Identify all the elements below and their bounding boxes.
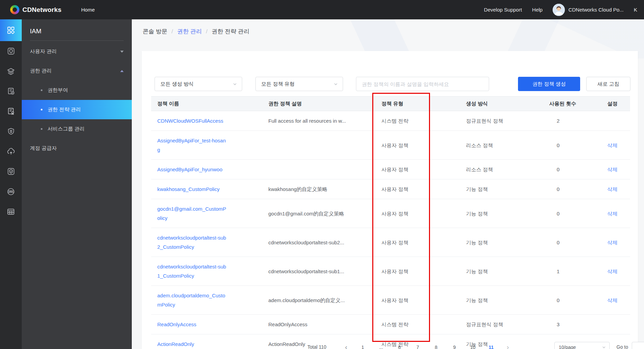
- rail-icon-shield-stripes[interactable]: [0, 121, 22, 141]
- policy-name-link[interactable]: gocdn1@gmail.com_CustomPolicy: [157, 204, 227, 223]
- service-icon-rail: DNS: [0, 19, 22, 349]
- sidebar-subitem-grant-permission[interactable]: 권한부여: [22, 81, 132, 100]
- used-count: 0: [549, 179, 607, 199]
- table-row: CDNWCloudWOSFullAccessFull access for al…: [151, 111, 630, 131]
- page-button-9[interactable]: 9: [449, 342, 460, 349]
- policy-name-link[interactable]: ActionReadOnly: [157, 339, 227, 349]
- policy-name-link[interactable]: CDNWCloudWOSFullAccess: [157, 116, 227, 125]
- goto-page-label: Go to: [616, 344, 628, 349]
- policy-name-link[interactable]: AssignedByApiFor_test-hosang: [157, 136, 227, 154]
- policy-type-dropdown[interactable]: 모든 정책 유형: [255, 77, 343, 91]
- policy-name-link[interactable]: kwakhosang_CustomPolicy: [157, 185, 227, 194]
- rail-icon-dns-globe[interactable]: DNS: [0, 181, 22, 202]
- policy-type: 사용자 정책: [381, 262, 466, 281]
- creation-method: 기능 정책: [466, 179, 549, 199]
- policy-type: 사용자 정책: [381, 291, 466, 310]
- breadcrumb-console[interactable]: 콘솔 방문: [143, 28, 167, 35]
- creation-method: 정규표현식 정책: [466, 315, 549, 334]
- delete-link[interactable]: 삭제: [607, 186, 618, 192]
- delete-link[interactable]: 삭제: [607, 167, 618, 172]
- top-navbar: CDNetworks Home Develop Support Help CDN…: [0, 0, 644, 19]
- sidebar-item-user-management[interactable]: 사용자 관리: [22, 42, 132, 61]
- cdnetworks-logo-icon: [10, 5, 19, 14]
- page-button-8[interactable]: 8: [431, 342, 441, 349]
- policy-name-link[interactable]: adem.cloudportaldemo_CustomPolicy: [157, 291, 227, 309]
- chevron-down-icon: [334, 82, 338, 86]
- main-content: 콘솔 방문 / 권한 관리 / 권한 전략 관리 모든 생성 방식 모든 정책 …: [132, 19, 644, 349]
- policy-name-cell: cdnetworkscloudportaltest-sub2_CustomPol…: [151, 228, 268, 257]
- rail-icon-shield-check[interactable]: [0, 161, 22, 181]
- refresh-button[interactable]: 새로 고침: [586, 77, 630, 91]
- rail-icon-layers[interactable]: [0, 61, 22, 81]
- page-button-11[interactable]: 11: [486, 342, 496, 349]
- rail-icon-doc-certificate[interactable]: [0, 101, 22, 121]
- page-button-10[interactable]: 10: [468, 342, 478, 349]
- used-count: 0: [549, 233, 607, 252]
- policy-name-link[interactable]: ReadOnlyAccess: [157, 320, 227, 329]
- sidebar-item-account-provider[interactable]: 계정 공급자: [22, 139, 132, 158]
- policy-desc: gocdn1@gmail.com的自定义策略: [268, 204, 381, 223]
- creation-method: 기능 정책: [466, 233, 549, 252]
- table-row: cdnetworkscloudportaltest-sub1_CustomPol…: [151, 257, 630, 286]
- rail-icon-cloud-upload[interactable]: [0, 141, 22, 161]
- sidebar-divider: [30, 40, 124, 41]
- sidebar-subitem-service-group[interactable]: 서비스그룹 관리: [22, 119, 132, 139]
- policy-name-link[interactable]: cdnetworkscloudportaltest-sub2_CustomPol…: [157, 233, 227, 251]
- pagination-total: Total 110: [307, 344, 326, 349]
- policy-name-link[interactable]: AssignedByApiFor_hyunwoo: [157, 165, 227, 174]
- pager: ‹1...67891011›: [343, 342, 511, 349]
- iam-sidebar: IAM 사용자 관리 권한 관리 권한부여 권한 전략 관리 서비스그룹 관리 …: [22, 19, 132, 349]
- table-row: gocdn1@gmail.com_CustomPolicygocdn1@gmai…: [151, 199, 630, 228]
- nav-develop-support[interactable]: Develop Support: [484, 7, 522, 13]
- policy-type: 사용자 정책: [381, 179, 466, 199]
- sidebar-title: IAM: [22, 19, 132, 40]
- creation-method-dropdown[interactable]: 모든 생성 방식: [155, 77, 242, 91]
- settings-cell: 삭제: [607, 204, 630, 223]
- account-menu[interactable]: CDNetworks Cloud Po...: [553, 4, 624, 16]
- col-creation-method: 생성 방식: [466, 101, 549, 107]
- page-button-6[interactable]: 6: [394, 342, 405, 349]
- search-input[interactable]: [356, 77, 489, 91]
- language-menu[interactable]: K: [634, 7, 643, 13]
- policy-desc: [268, 164, 381, 175]
- chevron-up-icon: [120, 70, 124, 72]
- policy-desc: ReadOnlyAccess: [268, 315, 381, 334]
- policy-name-cell: ActionReadOnly: [151, 334, 268, 349]
- nav-help[interactable]: Help: [532, 7, 543, 13]
- policy-table-body: CDNWCloudWOSFullAccessFull access for al…: [151, 111, 630, 349]
- account-name: CDNetworks Cloud Po...: [568, 7, 624, 13]
- page-button-1[interactable]: 1: [358, 342, 368, 349]
- used-count: 0: [549, 160, 607, 179]
- page-size-select[interactable]: 10/page: [554, 342, 610, 349]
- creation-method: 정규표현식 정책: [466, 111, 549, 130]
- sidebar-item-permission-management[interactable]: 권한 관리: [22, 61, 132, 81]
- sidebar-subitem-policy-management[interactable]: 권한 전략 관리: [22, 100, 132, 119]
- table-row: kwakhosang_CustomPolicykwakhosang的自定义策略사…: [151, 179, 630, 199]
- policy-name-link[interactable]: cdnetworkscloudportaltest-sub1_CustomPol…: [157, 262, 227, 280]
- col-policy-name: 정책 이름: [151, 101, 268, 107]
- goto-page-input[interactable]: [632, 342, 644, 349]
- prev-page-button[interactable]: ‹: [343, 342, 350, 349]
- next-page-button[interactable]: ›: [504, 342, 511, 349]
- nav-home[interactable]: Home: [81, 7, 95, 13]
- delete-link[interactable]: 삭제: [607, 211, 618, 216]
- policy-type: 시스템 전략: [381, 111, 466, 130]
- rail-icon-shield-box[interactable]: [0, 41, 22, 61]
- rail-icon-doc-download[interactable]: [0, 81, 22, 101]
- delete-link[interactable]: 삭제: [607, 240, 618, 245]
- policy-type: 시스템 전략: [381, 315, 466, 334]
- used-count: 2: [549, 111, 607, 130]
- creation-method: 리소스 정책: [466, 136, 549, 155]
- rail-icon-table-grid[interactable]: [0, 202, 22, 222]
- delete-link[interactable]: 삭제: [607, 297, 618, 303]
- create-policy-button[interactable]: 권한 정책 생성: [518, 77, 580, 91]
- page-button-7[interactable]: 7: [413, 342, 423, 349]
- delete-link[interactable]: 삭제: [607, 142, 618, 148]
- breadcrumb-permission-management[interactable]: 권한 관리: [177, 28, 202, 35]
- chevron-down-icon: [602, 345, 606, 349]
- policy-name-cell: cdnetworkscloudportaltest-sub1_CustomPol…: [151, 257, 268, 285]
- policy-name-cell: CDNWCloudWOSFullAccess: [151, 111, 268, 130]
- delete-link[interactable]: 삭제: [607, 268, 618, 274]
- rail-icon-apps[interactable]: [0, 19, 22, 41]
- breadcrumb: 콘솔 방문 / 권한 관리 / 권한 전략 관리: [143, 28, 249, 35]
